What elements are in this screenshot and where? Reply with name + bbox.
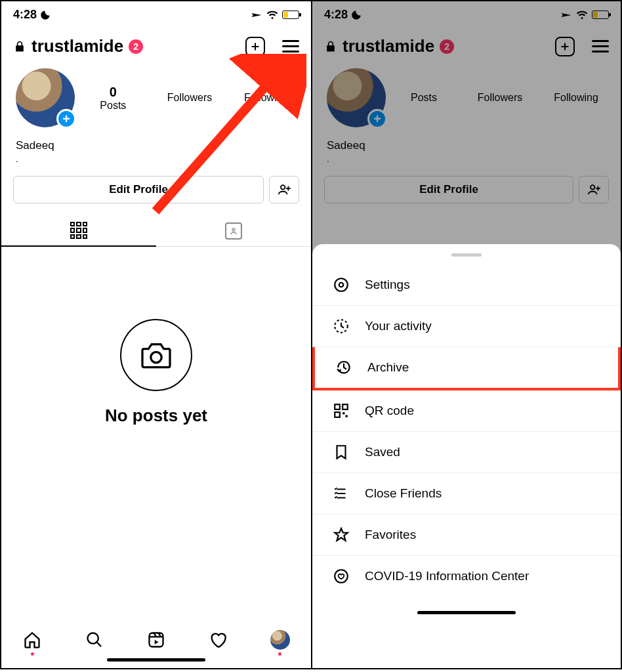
menu-qrcode[interactable]: QR code bbox=[312, 390, 621, 432]
menu-covid[interactable]: COVID-19 Information Center bbox=[312, 556, 621, 597]
svg-rect-4 bbox=[149, 633, 163, 647]
airplane-icon bbox=[251, 9, 262, 21]
phone-right: 4:28 trustlamide 2 bbox=[311, 1, 621, 668]
stat-followers[interactable]: Followers bbox=[152, 92, 228, 104]
archive-icon bbox=[335, 359, 353, 376]
svg-rect-12 bbox=[335, 412, 340, 417]
camera-icon bbox=[120, 319, 192, 391]
profile-stats: + 0 Posts Followers Following bbox=[1, 63, 311, 133]
status-bar: 4:28 bbox=[1, 1, 311, 24]
svg-point-1 bbox=[232, 228, 235, 231]
edit-profile-button[interactable]: Edit Profile bbox=[13, 176, 264, 203]
stat-following[interactable]: Following bbox=[228, 92, 304, 104]
avatar[interactable]: + bbox=[16, 68, 75, 127]
nav-reels[interactable] bbox=[143, 628, 169, 652]
star-icon bbox=[332, 526, 350, 543]
lock-icon bbox=[13, 40, 26, 53]
svg-rect-11 bbox=[342, 404, 348, 410]
qrcode-icon bbox=[332, 402, 350, 419]
nav-home[interactable] bbox=[19, 628, 45, 652]
activity-icon bbox=[332, 318, 350, 335]
phone-left: 4:28 trustlamide 2 bbox=[1, 1, 311, 668]
home-indicator bbox=[107, 658, 205, 662]
menu-settings[interactable]: Settings bbox=[312, 264, 621, 306]
bottom-nav bbox=[1, 620, 311, 653]
stat-posts[interactable]: 0 Posts bbox=[75, 85, 152, 112]
grid-icon bbox=[70, 222, 87, 239]
close-friends-icon bbox=[332, 485, 350, 502]
menu-close-friends[interactable]: Close Friends bbox=[312, 473, 621, 514]
settings-icon bbox=[332, 276, 350, 293]
bookmark-icon bbox=[332, 444, 350, 461]
svg-point-8 bbox=[339, 283, 344, 287]
heart-circle-icon bbox=[332, 568, 350, 585]
profile-tabs bbox=[1, 215, 311, 247]
tagged-icon bbox=[225, 222, 242, 240]
menu-saved[interactable]: Saved bbox=[312, 432, 621, 473]
nav-search[interactable] bbox=[81, 628, 108, 652]
add-story-plus-icon[interactable]: + bbox=[56, 109, 76, 129]
svg-rect-10 bbox=[335, 404, 340, 410]
svg-point-7 bbox=[335, 278, 348, 291]
no-posts-text: No posts yet bbox=[105, 406, 207, 426]
notification-badge: 2 bbox=[129, 39, 143, 54]
bio: . bbox=[1, 154, 311, 176]
status-time: 4:28 bbox=[13, 8, 37, 22]
menu-activity[interactable]: Your activity bbox=[312, 306, 621, 347]
battery-icon bbox=[282, 10, 299, 19]
svg-rect-14 bbox=[346, 415, 348, 417]
nav-profile[interactable] bbox=[267, 628, 293, 652]
empty-state: No posts yet bbox=[1, 247, 311, 620]
create-post-icon[interactable] bbox=[245, 37, 265, 56]
menu-archive[interactable]: Archive bbox=[312, 347, 621, 390]
svg-point-2 bbox=[151, 352, 161, 362]
profile-header: trustlamide 2 bbox=[1, 24, 311, 63]
wifi-icon bbox=[266, 9, 278, 21]
display-name: Sadeeq bbox=[1, 133, 311, 154]
username[interactable]: trustlamide bbox=[31, 36, 123, 56]
tab-tagged[interactable] bbox=[156, 215, 311, 247]
menu-hamburger-icon[interactable] bbox=[282, 40, 299, 52]
menu-sheet: Settings Your activity Archive QR code bbox=[312, 244, 621, 668]
menu-favorites[interactable]: Favorites bbox=[312, 514, 621, 556]
posts-count: 0 bbox=[75, 85, 152, 100]
svg-point-15 bbox=[335, 570, 348, 583]
svg-point-0 bbox=[281, 185, 285, 189]
dnd-moon-icon bbox=[39, 9, 51, 21]
home-indicator bbox=[417, 611, 516, 614]
tab-grid[interactable] bbox=[1, 215, 156, 247]
svg-rect-13 bbox=[342, 412, 344, 414]
discover-people-button[interactable] bbox=[269, 176, 299, 203]
sheet-grabber[interactable] bbox=[451, 253, 482, 257]
nav-activity[interactable] bbox=[205, 628, 231, 652]
mini-avatar-icon bbox=[270, 630, 290, 650]
